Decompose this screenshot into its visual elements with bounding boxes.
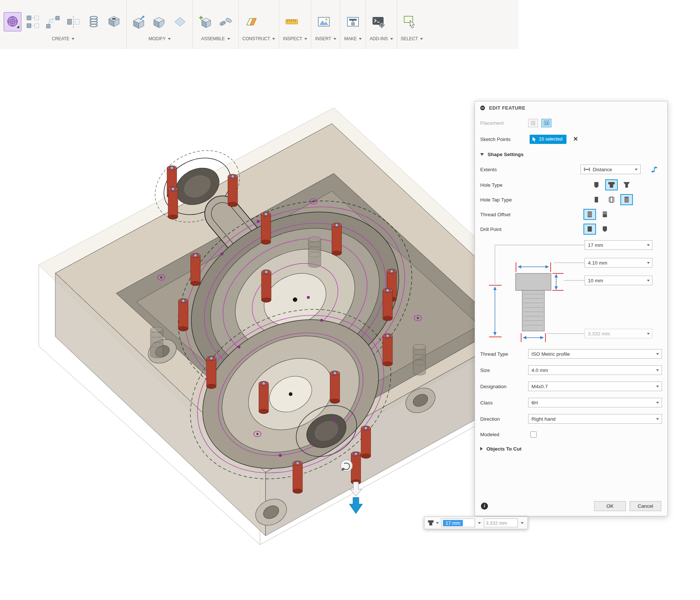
depth-field[interactable]: 17 mm: [585, 240, 652, 250]
chevron-down-icon: [521, 522, 524, 524]
sketch-points-label: Sketch Points: [480, 137, 528, 142]
rectangular-pattern-icon[interactable]: [24, 12, 42, 31]
thread-type-label: Thread Type: [480, 351, 528, 357]
chevron-down-icon[interactable]: [647, 244, 650, 246]
select-menu[interactable]: SELECT: [401, 36, 423, 41]
shape-settings-section-header[interactable]: Shape Settings: [480, 147, 662, 161]
create-menu-label: CREATE: [52, 36, 70, 41]
chevron-down-icon[interactable]: [647, 280, 650, 282]
modeled-row: Modeled: [480, 427, 662, 442]
thread-offset-full-button[interactable]: [583, 209, 596, 220]
objects-to-cut-title: Objects To Cut: [486, 446, 521, 452]
select-tool-icon[interactable]: [401, 12, 419, 31]
direction-dropdown[interactable]: Right hand: [528, 414, 662, 424]
chevron-collapsed-icon: [480, 447, 483, 451]
chevron-expanded-icon: [480, 153, 484, 156]
toolbar-group-modify: MODIFY: [127, 0, 193, 49]
dropdown-caret-icon: [72, 38, 74, 40]
chevron-down-icon[interactable]: [647, 262, 650, 264]
assemble-menu[interactable]: ASSEMBLE: [197, 36, 235, 41]
shape-settings-title: Shape Settings: [488, 152, 524, 157]
info-icon[interactable]: i: [481, 503, 488, 510]
chevron-down-icon: [656, 418, 659, 420]
dropdown-caret-icon: [359, 38, 362, 40]
drill-point-label: Drill Point: [480, 227, 528, 232]
toolbar-group-addins: ADD-INS: [365, 0, 396, 49]
chevron-down-icon: [656, 353, 659, 355]
flip-direction-button[interactable]: [650, 165, 659, 173]
dropdown-caret-icon: [333, 38, 336, 40]
sketch-points-selection-button[interactable]: 15 selected: [530, 135, 566, 144]
tap-type-simple-button[interactable]: [590, 194, 603, 205]
collapse-dialog-icon[interactable]: [480, 105, 485, 111]
hole-cube-icon[interactable]: [105, 12, 123, 31]
select-menu-label: SELECT: [401, 36, 418, 41]
clear-selection-icon[interactable]: ✕: [573, 136, 578, 142]
hole-type-countersink-button[interactable]: [620, 179, 633, 190]
hole-depth-mode-dropdown[interactable]: [427, 520, 439, 526]
drill-point-flat-button[interactable]: [583, 224, 596, 235]
addins-menu-label: ADD-INS: [370, 36, 388, 41]
thread-offset-label: Thread Offset: [480, 212, 528, 217]
drill-point-angle-button[interactable]: [599, 224, 611, 235]
placement-multiple-button[interactable]: [541, 119, 551, 127]
hole-tap-type-label: Hole Tap Type: [480, 197, 528, 203]
hole-type-simple-button[interactable]: [590, 179, 603, 190]
thread-type-dropdown[interactable]: ISO Metric profile: [528, 349, 662, 359]
placement-single-button[interactable]: [528, 119, 538, 127]
size-row: Size 4.0 mm: [480, 362, 662, 378]
selection-count: 15 selected: [539, 137, 562, 142]
measure-icon[interactable]: [283, 12, 301, 31]
chamfer-icon[interactable]: [171, 12, 189, 31]
mirror-icon[interactable]: [65, 12, 82, 31]
designation-dropdown[interactable]: M4x0.7: [528, 382, 662, 391]
hole-profile-schematic: [516, 273, 551, 331]
new-component-icon[interactable]: [197, 12, 214, 31]
circular-pattern-icon[interactable]: [44, 12, 62, 31]
coil-icon[interactable]: [85, 12, 103, 31]
hole-type-counterbore-button[interactable]: [605, 179, 618, 190]
press-pull-icon[interactable]: [131, 12, 148, 31]
direction-row: Direction Right hand: [480, 411, 662, 427]
insert-image-icon[interactable]: [315, 12, 333, 31]
dialog-footer: i OK Cancel: [475, 496, 667, 516]
joint-icon[interactable]: [217, 12, 235, 31]
cancel-button[interactable]: Cancel: [630, 501, 661, 511]
inline-diameter-dropdown[interactable]: [520, 521, 524, 525]
counterbore-depth-field[interactable]: 10 mm: [585, 276, 652, 285]
size-dropdown[interactable]: 4.0 mm: [528, 365, 662, 375]
ok-button[interactable]: OK: [594, 501, 626, 511]
construct-menu[interactable]: CONSTRUCT: [242, 36, 275, 41]
tap-type-tapped-button[interactable]: [620, 194, 633, 205]
inline-depth-dropdown[interactable]: [477, 521, 482, 525]
inline-depth-input[interactable]: 17 mm: [441, 518, 475, 527]
counterbore-diameter-field[interactable]: 4.10 mm: [585, 258, 652, 268]
addins-menu[interactable]: ADD-INS: [370, 36, 393, 41]
modeled-label: Modeled: [480, 432, 528, 437]
inspect-menu[interactable]: INSPECT: [283, 36, 307, 41]
dialog-header[interactable]: EDIT FEATURE: [475, 101, 667, 114]
scripts-addins-icon[interactable]: [370, 12, 387, 31]
modeled-checkbox[interactable]: [530, 431, 537, 438]
hole-tool-icon[interactable]: [4, 12, 21, 31]
make-menu[interactable]: MAKE: [344, 36, 362, 41]
tap-type-clearance-button[interactable]: [605, 194, 618, 205]
create-menu[interactable]: CREATE: [4, 36, 123, 41]
insert-menu[interactable]: INSERT: [315, 36, 336, 41]
construct-menu-label: CONSTRUCT: [242, 36, 270, 41]
objects-to-cut-section-header[interactable]: Objects To Cut: [480, 442, 662, 456]
thread-offset-partial-button[interactable]: [599, 209, 611, 220]
extents-dropdown[interactable]: Distance: [581, 165, 641, 174]
extents-label: Extents: [480, 167, 528, 172]
class-dropdown[interactable]: 6H: [528, 398, 662, 407]
extents-row: Extents Distance: [480, 161, 662, 177]
hole-dimension-diagram: 17 mm 4.10 mm 10 mm 3.332 mm: [480, 238, 662, 346]
dropdown-caret-icon: [304, 38, 307, 40]
inline-diameter-input[interactable]: 3.332 mm: [484, 518, 518, 527]
fillet-icon[interactable]: [151, 12, 169, 31]
construction-plane-icon[interactable]: [242, 12, 260, 31]
modify-menu[interactable]: MODIFY: [131, 36, 189, 41]
make-3d-print-icon[interactable]: [344, 12, 362, 31]
drag-arrow-icon: [349, 497, 363, 514]
toolbar-group-construct: CONSTRUCT: [238, 0, 279, 49]
